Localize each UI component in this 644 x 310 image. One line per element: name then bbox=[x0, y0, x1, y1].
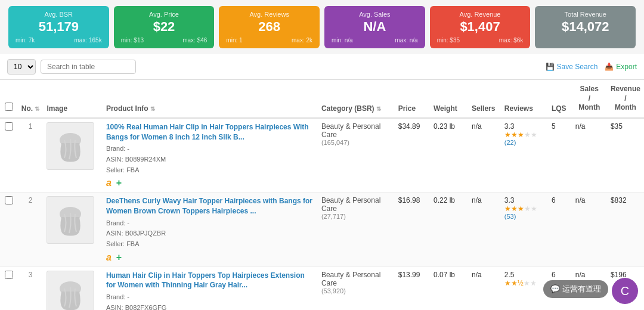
category-bsr-2: (27,717) bbox=[321, 213, 391, 220]
watermark-text: 运营有道理 bbox=[562, 284, 601, 293]
product-meta-1: Brand: - ASIN: B0899R24XM Seller: FBA bbox=[106, 144, 314, 175]
row-weight-1: 0.23 lb bbox=[430, 118, 468, 193]
th-product: Product Info ⇅ bbox=[103, 80, 318, 118]
row-stars-3: ★★½★★ bbox=[504, 279, 544, 287]
revenue-minmax: min: $35 max: $6k bbox=[437, 37, 524, 44]
row-revenue-2: $832 bbox=[607, 193, 644, 266]
row-sellers-3: n/a bbox=[468, 266, 501, 310]
product-image-1 bbox=[47, 122, 94, 170]
row-stars-1: ★★★★★ bbox=[504, 131, 544, 139]
row-category-2: Beauty & Personal Care (27,717) bbox=[318, 193, 395, 266]
bsr-label: Avg. BSR bbox=[16, 11, 102, 18]
row-reviews-2: 3.3 ★★★★★ (53) bbox=[501, 193, 548, 266]
sales-value: N/A bbox=[332, 19, 418, 35]
export-button[interactable]: 📥 Export bbox=[605, 63, 637, 71]
add-icon-2[interactable]: + bbox=[116, 252, 122, 263]
price-value: $22 bbox=[121, 19, 208, 35]
stat-total: Total Revenue $14,072 bbox=[535, 6, 636, 48]
th-sales-month: Sales/Month bbox=[572, 80, 607, 118]
revenue-min: min: $35 bbox=[437, 37, 460, 44]
th-lqs: LQS bbox=[548, 80, 572, 118]
amazon-icon-1[interactable]: a bbox=[106, 178, 112, 188]
row-reviews-3: 2.5 ★★½★★ bbox=[501, 266, 548, 310]
row-checkbox-3[interactable] bbox=[5, 271, 13, 279]
row-price-3: $13.99 bbox=[395, 266, 430, 310]
select-all-checkbox[interactable] bbox=[5, 103, 13, 111]
row-no: 3 bbox=[18, 266, 44, 310]
price-minmax: min: $13 max: $46 bbox=[121, 37, 208, 44]
reviews-min: min: 1 bbox=[226, 37, 242, 44]
row-checkbox-cell bbox=[0, 193, 18, 266]
price-min: min: $13 bbox=[121, 37, 144, 44]
product-actions-1: a + bbox=[106, 178, 314, 188]
review-count-1: (22) bbox=[504, 139, 544, 146]
product-table-wrapper: No. ⇅ Image Product Info ⇅ Category (BSR… bbox=[0, 80, 644, 310]
product-asin-2: ASIN: B08JPJQZBR bbox=[106, 228, 314, 239]
row-no: 1 bbox=[18, 118, 44, 193]
row-revenue-1: $35 bbox=[607, 118, 644, 193]
row-category-1: Beauty & Personal Care (165,047) bbox=[318, 118, 395, 193]
row-product-info: 100% Real Human Hair Clip in Hair Topper… bbox=[103, 118, 318, 193]
row-lqs-2: 6 bbox=[548, 193, 572, 266]
save-search-button[interactable]: 💾 Save Search bbox=[546, 63, 598, 71]
row-checkbox-1[interactable] bbox=[5, 122, 13, 131]
th-category: Category (BSR) ⇅ bbox=[318, 80, 395, 118]
row-stars-2: ★★★★★ bbox=[504, 204, 544, 213]
bsr-max: max: 165k bbox=[75, 37, 102, 44]
product-title-3[interactable]: Human Hair Clip in Hair Toppers Top Hair… bbox=[106, 271, 314, 291]
row-weight-2: 0.22 lb bbox=[430, 193, 468, 266]
bsr-value: 51,179 bbox=[16, 19, 102, 35]
per-page-select[interactable]: 10 25 50 bbox=[7, 59, 36, 75]
category-name-3: Beauty & Personal Care bbox=[321, 271, 391, 287]
th-image: Image bbox=[43, 80, 102, 118]
reviews-minmax: min: 1 max: 2k bbox=[226, 37, 312, 44]
product-sort-icon[interactable]: ⇅ bbox=[150, 106, 155, 112]
save-search-label: Save Search bbox=[557, 63, 598, 71]
hair-product-icon bbox=[52, 128, 88, 164]
row-checkbox-2[interactable] bbox=[5, 196, 13, 204]
row-product-info: Human Hair Clip in Hair Toppers Top Hair… bbox=[103, 266, 318, 310]
product-brand-3: Brand: - bbox=[106, 292, 314, 303]
product-seller-1: Seller: FBA bbox=[106, 165, 314, 176]
amazon-icon-2[interactable]: a bbox=[106, 252, 112, 263]
sales-max: max: n/a bbox=[395, 37, 417, 44]
floating-icon: C bbox=[621, 284, 629, 298]
export-label: Export bbox=[616, 63, 637, 71]
product-title-1[interactable]: 100% Real Human Hair Clip in Hair Topper… bbox=[106, 122, 314, 142]
floating-action-button[interactable]: C bbox=[612, 278, 638, 304]
sales-minmax: min: n/a max: n/a bbox=[332, 37, 418, 44]
stat-revenue: Avg. Revenue $1,407 min: $35 max: $6k bbox=[430, 6, 531, 48]
row-reviews-1: 3.3 ★★★★★ (22) bbox=[501, 118, 548, 193]
product-asin-1: ASIN: B0899R24XM bbox=[106, 154, 314, 165]
bsr-minmax: min: 7k max: 165k bbox=[16, 37, 102, 44]
product-meta-3: Brand: - ASIN: B082FX6GFG Seller: FBA bbox=[106, 292, 314, 310]
revenue-label: Avg. Revenue bbox=[437, 11, 524, 18]
row-price-2: $16.98 bbox=[395, 193, 430, 266]
no-sort-icon[interactable]: ⇅ bbox=[35, 106, 39, 112]
product-meta-2: Brand: - ASIN: B08JPJQZBR Seller: FBA bbox=[106, 218, 314, 250]
category-bsr-3: (53,920) bbox=[321, 287, 391, 294]
row-no: 2 bbox=[18, 193, 44, 266]
category-sort-icon[interactable]: ⇅ bbox=[376, 106, 381, 112]
export-icon: 📥 bbox=[605, 63, 614, 71]
th-reviews: Reviews bbox=[501, 80, 548, 118]
th-price: Price bbox=[395, 80, 430, 118]
row-reviews-val-1: 3.3 bbox=[504, 122, 544, 131]
add-icon-1[interactable]: + bbox=[116, 178, 122, 188]
product-brand-2: Brand: - bbox=[106, 218, 314, 229]
bsr-min: min: 7k bbox=[16, 37, 35, 44]
product-image-2 bbox=[47, 196, 94, 244]
sales-label: Avg. Sales bbox=[332, 11, 418, 18]
search-input[interactable] bbox=[41, 60, 136, 74]
row-weight-3: 0.07 lb bbox=[430, 266, 468, 310]
row-reviews-val-3: 2.5 bbox=[504, 271, 544, 279]
category-name-2: Beauty & Personal Care bbox=[321, 196, 391, 213]
row-lqs-1: 5 bbox=[548, 118, 572, 193]
row-image-cell bbox=[43, 266, 102, 310]
save-icon: 💾 bbox=[546, 63, 555, 71]
product-title-2[interactable]: DeeThens Curly Wavy Hair Topper Hairpiec… bbox=[106, 196, 314, 216]
hair-product-icon bbox=[52, 277, 88, 310]
product-brand-1: Brand: - bbox=[106, 144, 314, 154]
th-sellers: Sellers bbox=[468, 80, 501, 118]
row-category-3: Beauty & Personal Care (53,920) bbox=[318, 266, 395, 310]
